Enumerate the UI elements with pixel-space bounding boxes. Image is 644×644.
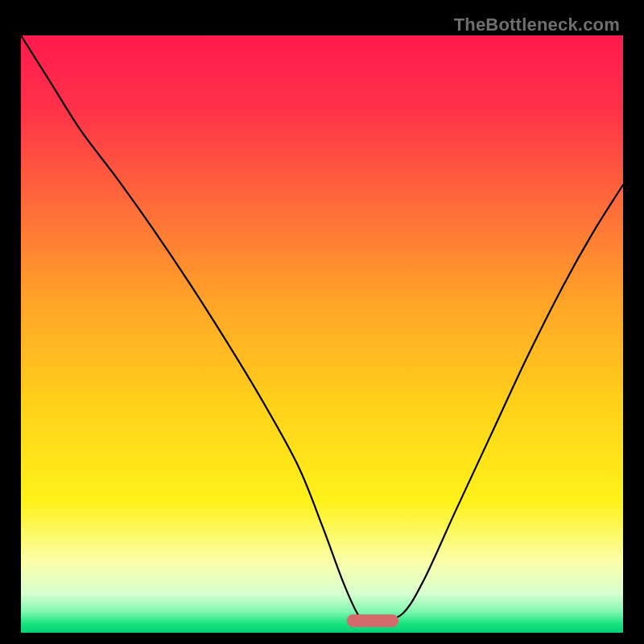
plot-background	[21, 35, 623, 633]
optimal-zone-marker	[347, 614, 398, 627]
chart-frame: TheBottleneck.com	[10, 10, 634, 634]
watermark-text: TheBottleneck.com	[454, 14, 620, 35]
bottleneck-chart	[21, 35, 623, 633]
